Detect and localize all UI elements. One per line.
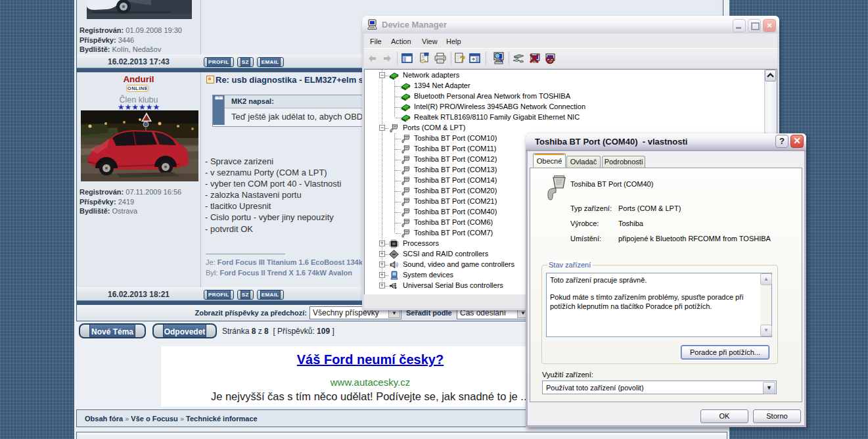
svg-text:?: ?: [460, 54, 465, 64]
